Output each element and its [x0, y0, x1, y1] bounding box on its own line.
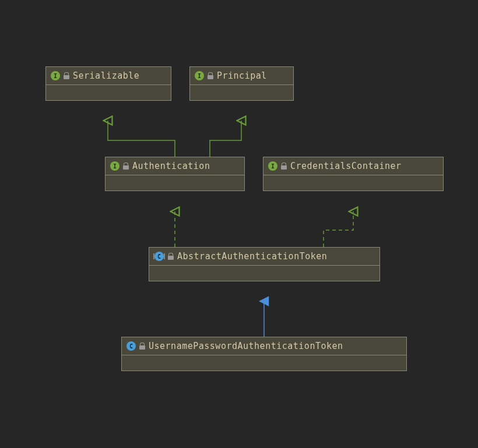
- abstract-class-icon: C: [154, 252, 164, 261]
- node-body: [46, 84, 171, 100]
- node-label: Authentication: [132, 161, 210, 171]
- node-body: [190, 84, 293, 100]
- node-body: [122, 355, 406, 371]
- node-label: Principal: [217, 70, 267, 81]
- node-label: Serializable: [73, 70, 139, 81]
- node-principal[interactable]: I Principal: [189, 66, 294, 101]
- node-abstract-auth-token[interactable]: C AbstractAuthenticationToken: [149, 247, 380, 281]
- interface-icon: I: [110, 161, 119, 171]
- lock-icon: [168, 253, 174, 260]
- lock-icon: [123, 163, 129, 170]
- node-label: UsernamePasswordAuthenticationToken: [149, 341, 343, 351]
- lock-icon: [208, 72, 213, 79]
- node-serializable[interactable]: I Serializable: [45, 66, 171, 101]
- interface-icon: I: [268, 161, 277, 171]
- lock-icon: [139, 343, 145, 350]
- node-label: AbstractAuthenticationToken: [177, 251, 327, 262]
- node-body: [149, 265, 379, 281]
- interface-icon: I: [51, 71, 60, 80]
- interface-icon: I: [195, 71, 204, 80]
- class-icon: C: [126, 341, 136, 351]
- node-authentication[interactable]: I Authentication: [105, 157, 245, 191]
- lock-icon: [64, 72, 69, 79]
- node-username-password-auth-token[interactable]: C UsernamePasswordAuthenticationToken: [121, 337, 407, 371]
- node-body: [106, 175, 244, 191]
- node-body: [263, 175, 443, 191]
- lock-icon: [281, 163, 287, 170]
- node-label: CredentialsContainer: [290, 161, 402, 171]
- node-credentials-container[interactable]: I CredentialsContainer: [263, 157, 444, 191]
